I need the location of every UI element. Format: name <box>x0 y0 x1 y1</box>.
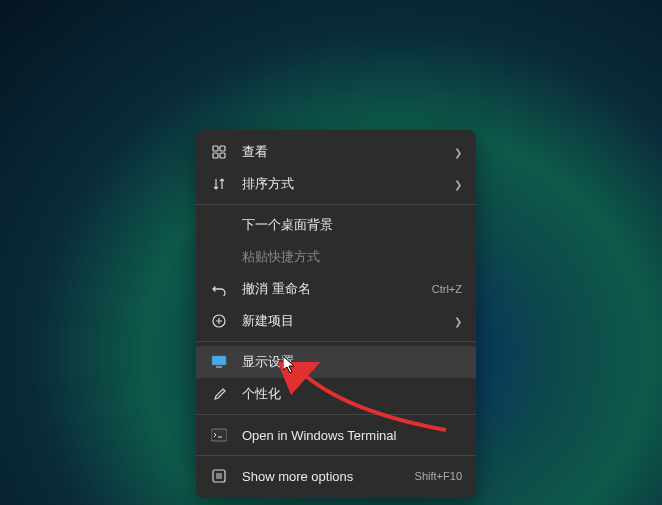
menu-label: 排序方式 <box>242 175 454 193</box>
chevron-right-icon: ❯ <box>454 179 462 190</box>
chevron-right-icon: ❯ <box>454 147 462 158</box>
undo-icon <box>210 280 228 298</box>
menu-divider <box>196 341 476 342</box>
menu-label: 撤消 重命名 <box>242 280 424 298</box>
menu-item-more-options[interactable]: Show more options Shift+F10 <box>196 460 476 492</box>
blank-icon <box>210 248 228 266</box>
menu-label: 下一个桌面背景 <box>242 216 462 234</box>
blank-icon <box>210 216 228 234</box>
sort-icon <box>210 175 228 193</box>
menu-item-paste-shortcut: 粘贴快捷方式 <box>196 241 476 273</box>
menu-item-new[interactable]: 新建项目 ❯ <box>196 305 476 337</box>
mouse-cursor <box>283 356 297 374</box>
grid-icon <box>210 143 228 161</box>
menu-label: 粘贴快捷方式 <box>242 248 462 266</box>
menu-item-next-background[interactable]: 下一个桌面背景 <box>196 209 476 241</box>
svg-rect-3 <box>220 153 225 158</box>
menu-shortcut: Ctrl+Z <box>432 283 462 295</box>
annotation-arrow <box>126 362 456 462</box>
menu-item-undo-rename[interactable]: 撤消 重命名 Ctrl+Z <box>196 273 476 305</box>
menu-label: 查看 <box>242 143 454 161</box>
svg-rect-0 <box>213 146 218 151</box>
svg-rect-1 <box>220 146 225 151</box>
menu-shortcut: Shift+F10 <box>415 470 462 482</box>
chevron-right-icon: ❯ <box>454 316 462 327</box>
menu-label: 新建项目 <box>242 312 454 330</box>
menu-item-sort[interactable]: 排序方式 ❯ <box>196 168 476 200</box>
more-options-icon <box>210 467 228 485</box>
svg-rect-2 <box>213 153 218 158</box>
menu-label: Show more options <box>242 469 407 484</box>
menu-divider <box>196 204 476 205</box>
menu-item-view[interactable]: 查看 ❯ <box>196 136 476 168</box>
plus-circle-icon <box>210 312 228 330</box>
